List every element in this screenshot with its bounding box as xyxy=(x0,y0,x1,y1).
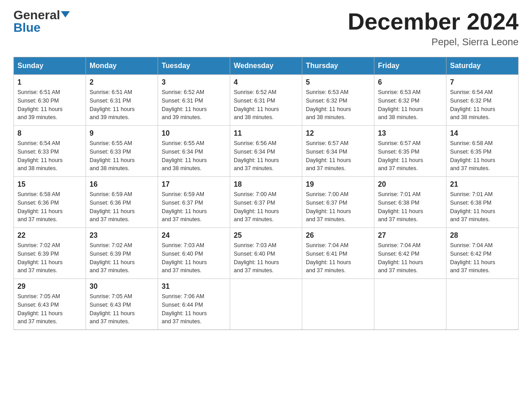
logo-triangle-icon xyxy=(61,11,70,17)
calendar-subtitle: Pepel, Sierra Leone xyxy=(348,36,519,48)
day-info: Sunrise: 7:03 AMSunset: 6:40 PMDaylight:… xyxy=(234,241,298,275)
column-header-tuesday: Tuesday xyxy=(158,57,230,75)
day-info: Sunrise: 6:53 AMSunset: 6:32 PMDaylight:… xyxy=(378,88,442,122)
day-number: 5 xyxy=(306,78,370,86)
day-number: 17 xyxy=(162,180,226,188)
day-number: 27 xyxy=(378,231,442,240)
day-info: Sunrise: 6:54 AMSunset: 6:32 PMDaylight:… xyxy=(450,88,515,122)
day-number: 16 xyxy=(90,180,154,188)
day-number: 19 xyxy=(306,180,370,188)
week-row-2: 8Sunrise: 6:54 AMSunset: 6:33 PMDaylight… xyxy=(14,126,519,177)
logo-general-text: General xyxy=(13,9,60,21)
day-cell: 6Sunrise: 6:53 AMSunset: 6:32 PMDaylight… xyxy=(374,75,446,126)
day-info: Sunrise: 6:59 AMSunset: 6:36 PMDaylight:… xyxy=(90,190,154,224)
day-info: Sunrise: 7:04 AMSunset: 6:41 PMDaylight:… xyxy=(306,241,370,275)
week-row-1: 1Sunrise: 6:51 AMSunset: 6:30 PMDaylight… xyxy=(14,75,519,126)
day-cell xyxy=(230,279,302,330)
day-info: Sunrise: 7:05 AMSunset: 6:43 PMDaylight:… xyxy=(90,292,154,326)
day-number: 30 xyxy=(90,283,154,291)
day-number: 31 xyxy=(162,283,226,291)
day-cell: 23Sunrise: 7:02 AMSunset: 6:39 PMDayligh… xyxy=(86,228,158,279)
day-info: Sunrise: 7:04 AMSunset: 6:42 PMDaylight:… xyxy=(450,241,515,275)
day-number: 4 xyxy=(234,78,298,86)
day-cell: 30Sunrise: 7:05 AMSunset: 6:43 PMDayligh… xyxy=(86,279,158,330)
day-number: 10 xyxy=(162,129,226,137)
day-cell: 4Sunrise: 6:52 AMSunset: 6:31 PMDaylight… xyxy=(230,75,302,126)
day-info: Sunrise: 6:57 AMSunset: 6:34 PMDaylight:… xyxy=(306,139,370,173)
day-cell: 27Sunrise: 7:04 AMSunset: 6:42 PMDayligh… xyxy=(374,228,446,279)
calendar-table: SundayMondayTuesdayWednesdayThursdayFrid… xyxy=(13,57,519,330)
day-number: 24 xyxy=(162,231,226,240)
day-cell: 12Sunrise: 6:57 AMSunset: 6:34 PMDayligh… xyxy=(302,126,374,177)
calendar-title: December 2024 xyxy=(348,9,519,34)
day-cell: 16Sunrise: 6:59 AMSunset: 6:36 PMDayligh… xyxy=(86,177,158,228)
day-number: 18 xyxy=(234,180,298,188)
day-info: Sunrise: 7:02 AMSunset: 6:39 PMDaylight:… xyxy=(90,241,154,275)
day-cell: 14Sunrise: 6:58 AMSunset: 6:35 PMDayligh… xyxy=(446,126,519,177)
day-number: 22 xyxy=(17,231,82,240)
day-info: Sunrise: 6:55 AMSunset: 6:33 PMDaylight:… xyxy=(90,139,154,173)
logo: General Blue xyxy=(13,9,70,34)
day-number: 29 xyxy=(17,283,82,291)
day-number: 8 xyxy=(17,129,82,137)
day-cell: 8Sunrise: 6:54 AMSunset: 6:33 PMDaylight… xyxy=(14,126,86,177)
day-number: 15 xyxy=(17,180,82,188)
day-cell: 24Sunrise: 7:03 AMSunset: 6:40 PMDayligh… xyxy=(158,228,230,279)
day-cell xyxy=(374,279,446,330)
column-header-sunday: Sunday xyxy=(14,57,86,75)
header-row: SundayMondayTuesdayWednesdayThursdayFrid… xyxy=(14,57,519,75)
day-cell: 21Sunrise: 7:01 AMSunset: 6:38 PMDayligh… xyxy=(446,177,519,228)
day-info: Sunrise: 6:54 AMSunset: 6:33 PMDaylight:… xyxy=(17,139,82,173)
day-cell: 13Sunrise: 6:57 AMSunset: 6:35 PMDayligh… xyxy=(374,126,446,177)
day-number: 25 xyxy=(234,231,298,240)
day-cell: 19Sunrise: 7:00 AMSunset: 6:37 PMDayligh… xyxy=(302,177,374,228)
day-number: 3 xyxy=(162,78,226,86)
day-cell: 15Sunrise: 6:58 AMSunset: 6:36 PMDayligh… xyxy=(14,177,86,228)
column-header-wednesday: Wednesday xyxy=(230,57,302,75)
day-cell: 5Sunrise: 6:53 AMSunset: 6:32 PMDaylight… xyxy=(302,75,374,126)
day-cell: 2Sunrise: 6:51 AMSunset: 6:31 PMDaylight… xyxy=(86,75,158,126)
day-number: 23 xyxy=(90,231,154,240)
day-cell: 26Sunrise: 7:04 AMSunset: 6:41 PMDayligh… xyxy=(302,228,374,279)
day-info: Sunrise: 6:53 AMSunset: 6:32 PMDaylight:… xyxy=(306,88,370,122)
week-row-5: 29Sunrise: 7:05 AMSunset: 6:43 PMDayligh… xyxy=(14,279,519,330)
day-cell: 28Sunrise: 7:04 AMSunset: 6:42 PMDayligh… xyxy=(446,228,519,279)
day-number: 14 xyxy=(450,129,515,137)
day-info: Sunrise: 6:59 AMSunset: 6:37 PMDaylight:… xyxy=(162,190,226,224)
day-number: 6 xyxy=(378,78,442,86)
column-header-thursday: Thursday xyxy=(302,57,374,75)
day-number: 7 xyxy=(450,78,515,86)
day-info: Sunrise: 6:57 AMSunset: 6:35 PMDaylight:… xyxy=(378,139,442,173)
day-info: Sunrise: 7:00 AMSunset: 6:37 PMDaylight:… xyxy=(306,190,370,224)
day-info: Sunrise: 6:52 AMSunset: 6:31 PMDaylight:… xyxy=(162,88,226,122)
day-cell: 10Sunrise: 6:55 AMSunset: 6:34 PMDayligh… xyxy=(158,126,230,177)
day-cell: 31Sunrise: 7:06 AMSunset: 6:44 PMDayligh… xyxy=(158,279,230,330)
day-info: Sunrise: 7:04 AMSunset: 6:42 PMDaylight:… xyxy=(378,241,442,275)
day-number: 26 xyxy=(306,231,370,240)
day-info: Sunrise: 6:51 AMSunset: 6:30 PMDaylight:… xyxy=(17,88,82,122)
day-number: 28 xyxy=(450,231,515,240)
day-cell: 1Sunrise: 6:51 AMSunset: 6:30 PMDaylight… xyxy=(14,75,86,126)
page-header: General Blue December 2024 Pepel, Sierra… xyxy=(13,9,519,48)
day-number: 1 xyxy=(17,78,82,86)
day-number: 21 xyxy=(450,180,515,188)
day-cell: 20Sunrise: 7:01 AMSunset: 6:38 PMDayligh… xyxy=(374,177,446,228)
day-number: 9 xyxy=(90,129,154,137)
day-cell xyxy=(446,279,519,330)
day-info: Sunrise: 6:52 AMSunset: 6:31 PMDaylight:… xyxy=(234,88,298,122)
day-info: Sunrise: 7:05 AMSunset: 6:43 PMDaylight:… xyxy=(17,292,82,326)
day-info: Sunrise: 6:56 AMSunset: 6:34 PMDaylight:… xyxy=(234,139,298,173)
day-info: Sunrise: 7:03 AMSunset: 6:40 PMDaylight:… xyxy=(162,241,226,275)
day-cell: 7Sunrise: 6:54 AMSunset: 6:32 PMDaylight… xyxy=(446,75,519,126)
day-info: Sunrise: 7:00 AMSunset: 6:37 PMDaylight:… xyxy=(234,190,298,224)
column-header-saturday: Saturday xyxy=(446,57,519,75)
day-info: Sunrise: 6:58 AMSunset: 6:35 PMDaylight:… xyxy=(450,139,515,173)
day-info: Sunrise: 6:58 AMSunset: 6:36 PMDaylight:… xyxy=(17,190,82,224)
day-info: Sunrise: 6:55 AMSunset: 6:34 PMDaylight:… xyxy=(162,139,226,173)
day-cell: 17Sunrise: 6:59 AMSunset: 6:37 PMDayligh… xyxy=(158,177,230,228)
day-number: 13 xyxy=(378,129,442,137)
day-info: Sunrise: 7:02 AMSunset: 6:39 PMDaylight:… xyxy=(17,241,82,275)
day-cell: 29Sunrise: 7:05 AMSunset: 6:43 PMDayligh… xyxy=(14,279,86,330)
day-number: 11 xyxy=(234,129,298,137)
day-cell: 18Sunrise: 7:00 AMSunset: 6:37 PMDayligh… xyxy=(230,177,302,228)
